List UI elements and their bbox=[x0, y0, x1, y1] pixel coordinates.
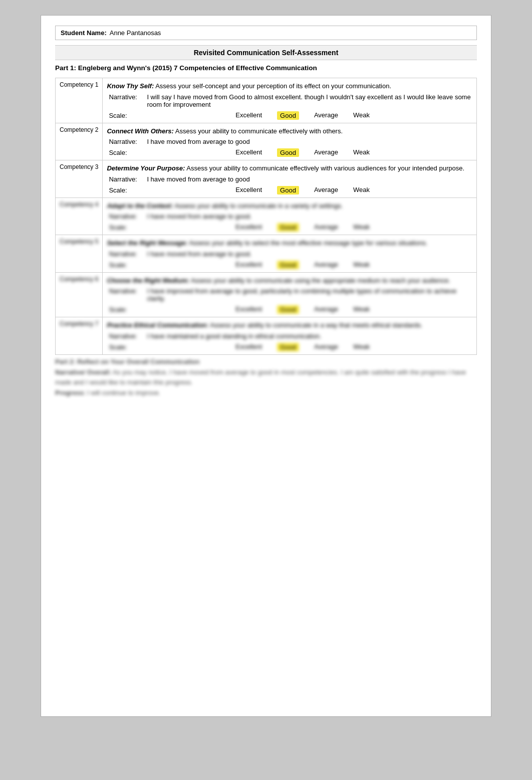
narrative-label-2: Narrative: bbox=[109, 138, 143, 145]
competency-label-4: Competency 4 bbox=[56, 198, 103, 235]
scale-label-4: Scale: bbox=[109, 224, 143, 231]
competency-content-1: Know Thy Self: Assess your self-concept … bbox=[103, 78, 477, 123]
competency-row-4: Competency 4Adapt to the Context: Assess… bbox=[56, 198, 477, 235]
comp-title-bold-4: Adapt to the Context: bbox=[107, 202, 173, 210]
competency-content-5: Select the Right Message: Assess your ab… bbox=[103, 235, 477, 273]
narrative-text-5: I have moved from average to good. bbox=[147, 250, 472, 258]
scale-item-excellent-2: Excellent bbox=[235, 148, 262, 157]
narrative-text-7: I have maintained a good standing in eth… bbox=[147, 332, 472, 340]
student-name-value: Anne Pantanosas bbox=[110, 29, 161, 37]
narrative-label-1: Narrative: bbox=[109, 93, 143, 108]
scale-label-7: Scale: bbox=[109, 343, 143, 351]
comp-title-rest-7: Assess your ability to communicate in a … bbox=[208, 321, 422, 329]
scale-item-average-5: Average bbox=[314, 261, 338, 269]
page: Student Name: Anne Pantanosas Revisited … bbox=[41, 15, 491, 717]
competency-label-5: Competency 5 bbox=[56, 235, 103, 273]
comp-title-rest-1: Assess your self-concept and your percep… bbox=[154, 82, 391, 90]
scale-item-excellent-3: Excellent bbox=[235, 186, 262, 194]
comp-title-bold-2: Connect With Others: bbox=[107, 127, 174, 135]
narrative-label-5: Narrative: bbox=[109, 250, 143, 258]
competency-content-2: Connect With Others: Assess your ability… bbox=[103, 123, 477, 160]
scale-item-weak-1: Weak bbox=[353, 111, 370, 120]
narrative-label-4: Narrative: bbox=[109, 213, 143, 220]
part2-section: Part 2: Reflect on Your Overall Communic… bbox=[55, 358, 477, 399]
competency-content-7: Practice Ethical Communication: Assess y… bbox=[103, 317, 477, 355]
narrative-text-6: I have improved from average to good, pa… bbox=[147, 287, 472, 302]
scale-item-good-3: Good bbox=[277, 186, 299, 194]
part2-title: Part 2: Reflect on Your Overall Communic… bbox=[55, 358, 477, 365]
competency-row-7: Competency 7Practice Ethical Communicati… bbox=[56, 317, 477, 355]
competency-content-6: Choose the Right Medium: Assess your abi… bbox=[103, 272, 477, 317]
comp-title-rest-2: Assess your ability to communicate effec… bbox=[174, 127, 343, 135]
competency-row-3: Competency 3Determine Your Purpose: Asse… bbox=[56, 160, 477, 198]
narrative-label-7: Narrative: bbox=[109, 332, 143, 340]
part2-narrative: Narrative/ Overall: As you may notice, I… bbox=[55, 367, 477, 399]
competencies-table: Competency 1Know Thy Self: Assess your s… bbox=[55, 78, 477, 355]
scale-item-average-7: Average bbox=[314, 343, 338, 351]
comp-title-rest-3: Assess your ability to communicate effec… bbox=[185, 164, 464, 172]
narrative-text-1: I will say I have moved from Good to alm… bbox=[147, 93, 472, 108]
competency-label-2: Competency 2 bbox=[56, 123, 103, 160]
narrative-text-3: I have moved from average to good bbox=[147, 175, 472, 183]
scale-item-average-2: Average bbox=[314, 148, 338, 157]
comp-title-bold-1: Know Thy Self: bbox=[107, 82, 154, 90]
comp-title-bold-6: Choose the Right Medium: bbox=[107, 277, 189, 284]
scale-item-excellent-6: Excellent bbox=[235, 305, 262, 314]
scale-label-1: Scale: bbox=[109, 112, 143, 119]
scale-label-5: Scale: bbox=[109, 261, 143, 269]
part1-title: Part 1: Engleberg and Wynn's (2015) 7 Co… bbox=[55, 64, 477, 72]
competency-label-6: Competency 6 bbox=[56, 272, 103, 317]
competency-row-2: Competency 2Connect With Others: Assess … bbox=[56, 123, 477, 160]
scale-item-excellent-5: Excellent bbox=[235, 261, 262, 269]
scale-label-2: Scale: bbox=[109, 149, 143, 156]
scale-item-weak-2: Weak bbox=[353, 148, 370, 157]
scale-item-weak-6: Weak bbox=[353, 305, 370, 314]
scale-item-excellent-1: Excellent bbox=[235, 111, 262, 120]
competency-row-5: Competency 5Select the Right Message: As… bbox=[56, 235, 477, 273]
comp-title-rest-5: Assess your ability to select the most e… bbox=[187, 239, 427, 247]
scale-item-good-5: Good bbox=[277, 261, 299, 269]
scale-item-good-6: Good bbox=[277, 305, 299, 314]
competency-content-4: Adapt to the Context: Assess your abilit… bbox=[103, 198, 477, 235]
comp-title-rest-6: Assess your ability to communicate using… bbox=[189, 277, 450, 284]
scale-item-average-4: Average bbox=[314, 223, 338, 232]
scale-item-weak-5: Weak bbox=[353, 261, 370, 269]
scale-item-weak-7: Weak bbox=[353, 343, 370, 351]
scale-item-excellent-7: Excellent bbox=[235, 343, 262, 351]
narrative-text-4: I have moved from average to good. bbox=[147, 213, 472, 220]
narrative-label-3: Narrative: bbox=[109, 175, 143, 183]
comp-title-rest-4: Assess your ability to communicate in a … bbox=[173, 202, 343, 210]
competency-label-1: Competency 1 bbox=[56, 78, 103, 123]
scale-item-excellent-4: Excellent bbox=[235, 223, 262, 232]
scale-item-weak-4: Weak bbox=[353, 223, 370, 232]
scale-item-weak-3: Weak bbox=[353, 186, 370, 194]
competency-label-7: Competency 7 bbox=[56, 317, 103, 355]
student-name-row: Student Name: Anne Pantanosas bbox=[55, 26, 477, 40]
narrative-label-6: Narrative: bbox=[109, 287, 143, 302]
scale-item-good-7: Good bbox=[277, 343, 299, 351]
scale-item-average-3: Average bbox=[314, 186, 338, 194]
scale-item-good-1: Good bbox=[277, 111, 299, 120]
student-name-label: Student Name: bbox=[61, 29, 107, 37]
comp-title-bold-7: Practice Ethical Communication: bbox=[107, 321, 208, 329]
competency-label-3: Competency 3 bbox=[56, 160, 103, 198]
scale-item-good-2: Good bbox=[277, 148, 299, 157]
scale-item-average-6: Average bbox=[314, 305, 338, 314]
narrative-text-2: I have moved from average to good bbox=[147, 138, 472, 145]
scale-item-average-1: Average bbox=[314, 111, 338, 120]
competency-content-3: Determine Your Purpose: Assess your abil… bbox=[103, 160, 477, 198]
competency-row-1: Competency 1Know Thy Self: Assess your s… bbox=[56, 78, 477, 123]
doc-title: Revisited Communication Self-Assessment bbox=[55, 45, 477, 60]
scale-label-3: Scale: bbox=[109, 186, 143, 194]
scale-item-good-4: Good bbox=[277, 223, 299, 232]
competency-row-6: Competency 6Choose the Right Medium: Ass… bbox=[56, 272, 477, 317]
comp-title-bold-5: Select the Right Message: bbox=[107, 239, 187, 247]
scale-label-6: Scale: bbox=[109, 306, 143, 313]
comp-title-bold-3: Determine Your Purpose: bbox=[107, 164, 185, 172]
